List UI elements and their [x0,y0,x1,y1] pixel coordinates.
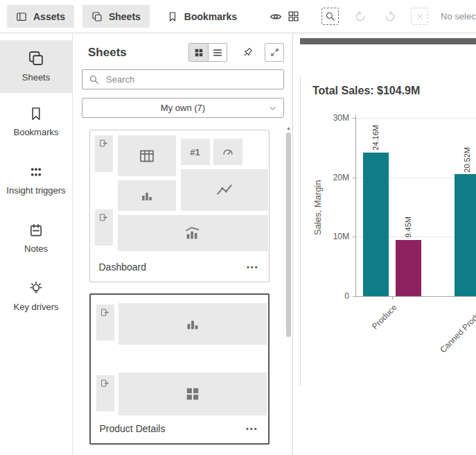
bar-sales-canned-products[interactable] [455,174,476,296]
step-back-button[interactable] [351,8,369,25]
main-content: Total Sales: $104.9M 010M20M30M24.16M20.… [294,33,476,455]
expand-panel-button[interactable] [265,43,284,62]
blocks-icon [288,10,299,22]
thumb-tile [96,375,114,411]
expand-icon [270,47,280,58]
key-drivers-lightbulb-icon [28,281,44,296]
sheet-search [82,69,284,89]
chevron-down-icon [268,104,277,113]
thumb-tile [118,180,176,211]
smart-search-button[interactable] [321,8,339,25]
scrollbar: ▲ [285,123,292,455]
topbar: Assets Sheets Bookmarks [0,0,476,33]
bar-margin-produce[interactable] [396,240,421,296]
sheet-card-product-details[interactable]: Product Details ••• [89,293,270,445]
notes-icon [28,223,44,238]
thumb-tile [96,304,114,341]
sheet-header-strip [300,38,476,44]
bar-sales-produce[interactable] [363,153,389,296]
sheet-thumbnail [91,295,268,417]
pin-panel-button[interactable] [238,44,256,61]
sidebar-item-sheets[interactable]: Sheets [0,40,72,93]
sheets-panel-header: Sheets [73,33,292,62]
sheet-card-dashboard[interactable]: #1 Dashboard ••• [89,130,270,282]
sidebar-item-insight-triggers[interactable]: Insight triggers [0,156,72,205]
bookmark-icon [167,11,178,22]
bar-chart-object[interactable]: Total Sales: $104.9M 010M20M30M24.16M20.… [300,76,476,386]
filterpane-icon [99,213,108,222]
insight-triggers-icon [28,164,44,180]
card-menu-button[interactable]: ••• [247,263,259,271]
barchart-icon [139,188,155,203]
combochart-icon [184,225,201,241]
grid-view-icon [194,48,204,58]
view-toggle [188,43,227,62]
sheet-card-title: Product Details [100,423,166,434]
bar-value-label: 20.52M [462,147,473,173]
bookmarks-button[interactable]: Bookmarks [158,5,246,28]
left-sidebar: Sheets Bookmarks Insight triggers Notes … [0,33,73,455]
selections-toolbar: No selections [321,8,476,25]
sheets-icon [28,50,44,67]
redo-arrow-icon [384,10,396,23]
thumb-tile [118,135,176,176]
step-forward-button[interactable] [381,8,398,25]
y-axis-line [355,115,356,296]
eye-icon [270,10,282,23]
undo-arrow-icon [354,10,367,23]
bookmark-icon [28,106,44,121]
sidebar-item-key-drivers[interactable]: Key drivers [0,273,72,321]
clear-x-icon [416,12,424,21]
barchart-icon [184,316,201,332]
grid-view-button[interactable] [189,44,208,61]
search-icon [325,11,335,22]
sheet-card-list: #1 Dashboard ••• [73,123,285,455]
search-input[interactable] [82,69,284,89]
sheet-thumbnail: #1 [90,130,269,255]
scroll-up-arrow[interactable]: ▲ [285,125,292,132]
thumb-tile [181,169,268,211]
scrollbar-thumb[interactable] [286,132,291,337]
card-menu-button[interactable]: ••• [246,424,258,433]
thumb-tile [95,135,113,172]
assets-icon [16,11,27,22]
clear-selections-button[interactable] [411,8,428,25]
chart-plot-area: 010M20M30M24.16M20.52M9.45MProduceCanned… [301,76,476,386]
thumb-tile [118,372,267,415]
x-axis-line [355,296,476,297]
bar-value-label: 9.45M [403,216,414,238]
gauge-icon [221,145,235,159]
search-icon [89,74,99,85]
sheet-card-title: Dashboard [99,261,147,273]
table-icon [139,148,155,164]
thumb-tile [213,139,243,165]
y-tick-label: 0 [308,291,349,301]
filterpane-icon [100,379,109,388]
filterpane-icon [100,308,109,317]
sidebar-item-notes[interactable]: Notes [0,214,72,263]
filterpane-icon [99,139,108,148]
sheets-panel: Sheets My [73,33,293,455]
bar-value-label: 24.16M [371,125,381,151]
no-selections-label: No selections [441,11,476,22]
x-tick [392,296,393,300]
sidebar-item-bookmarks[interactable]: Bookmarks [0,98,72,146]
sheet-filter-dropdown[interactable]: My own (7) [82,98,284,118]
sheets-button[interactable]: Sheets [82,5,150,28]
thumb-tile [118,215,268,251]
thumb-tile: #1 [181,139,210,165]
linechart-icon [215,181,233,199]
y-tick-label: 30M [308,113,349,123]
custom-objects-button[interactable] [288,6,299,28]
thumb-tile [95,209,113,246]
list-view-icon [213,48,222,58]
dropdown-value: My own (7) [161,103,205,113]
sheet-card-footer: Dashboard ••• [90,255,269,282]
sheets-icon [91,11,103,22]
list-view-button[interactable] [208,44,227,61]
pin-icon [242,46,254,58]
assets-button[interactable]: Assets [7,5,74,28]
kpi-badge: #1 [190,147,200,157]
panel-title: Sheets [88,46,127,60]
preview-eye-button[interactable] [270,6,282,28]
